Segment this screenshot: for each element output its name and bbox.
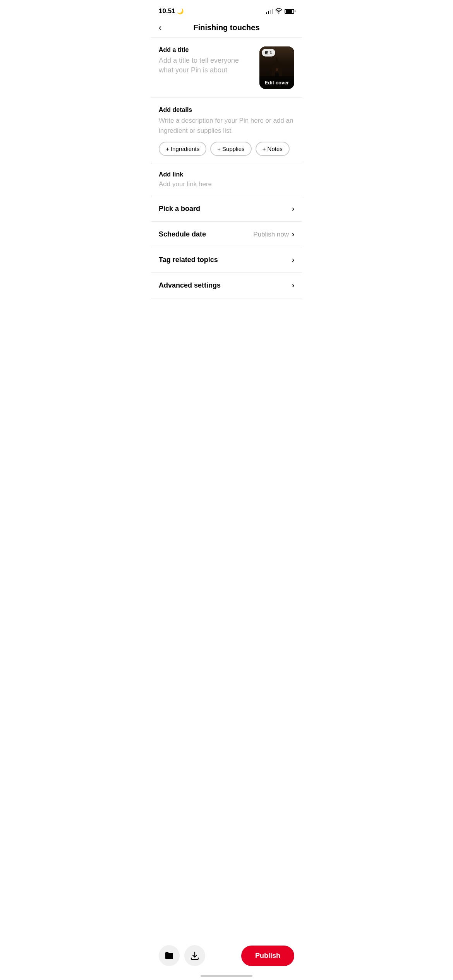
- pick-board-right: ›: [292, 205, 294, 213]
- schedule-date-chevron: ›: [292, 230, 294, 238]
- link-section[interactable]: Add link Add your link here: [151, 163, 302, 196]
- advanced-settings-row[interactable]: Advanced settings ›: [151, 273, 302, 298]
- advanced-settings-chevron: ›: [292, 281, 294, 290]
- svg-rect-4: [276, 68, 278, 71]
- advanced-settings-right: ›: [292, 281, 294, 290]
- notes-button[interactable]: + Notes: [256, 142, 290, 156]
- edit-cover-label: Edit cover: [265, 80, 289, 86]
- status-time: 10.51: [159, 7, 175, 15]
- tag-topics-row[interactable]: Tag related topics ›: [151, 247, 302, 273]
- cover-overlay[interactable]: Edit cover: [259, 76, 294, 89]
- details-placeholder: Write a description for your Pin here or…: [159, 116, 294, 135]
- cover-container[interactable]: ⊞ 1 Edit cover: [259, 46, 294, 89]
- tag-buttons: + Ingredients + Supplies + Notes: [159, 142, 294, 156]
- title-section: Add a title Add a title to tell everyone…: [151, 38, 302, 98]
- battery-icon: [285, 9, 294, 14]
- schedule-date-value: Publish now: [253, 231, 289, 238]
- back-button[interactable]: ‹: [159, 24, 161, 32]
- tag-topics-chevron: ›: [292, 256, 294, 264]
- title-placeholder: Add a title to tell everyone what your P…: [159, 56, 253, 75]
- link-label: Add link: [159, 171, 294, 178]
- supplies-button[interactable]: + Supplies: [210, 142, 251, 156]
- schedule-date-right: Publish now ›: [253, 230, 294, 238]
- pick-board-chevron: ›: [292, 205, 294, 213]
- ingredients-button[interactable]: + Ingredients: [159, 142, 206, 156]
- svg-marker-1: [275, 56, 278, 62]
- wifi-icon: [275, 8, 282, 15]
- title-label: Add a title: [159, 46, 253, 53]
- tag-topics-label: Tag related topics: [159, 256, 218, 264]
- tag-topics-right: ›: [292, 256, 294, 264]
- pick-board-row[interactable]: Pick a board ›: [151, 196, 302, 222]
- link-placeholder: Add your link here: [159, 180, 294, 188]
- status-bar: 10.51 🌙: [151, 0, 302, 19]
- advanced-settings-label: Advanced settings: [159, 281, 221, 290]
- moon-icon: 🌙: [177, 8, 184, 14]
- details-label: Add details: [159, 106, 294, 113]
- schedule-date-label: Schedule date: [159, 230, 206, 238]
- title-text-area[interactable]: Add a title Add a title to tell everyone…: [159, 46, 253, 75]
- cover-count: 1: [269, 50, 272, 55]
- schedule-date-row[interactable]: Schedule date Publish now ›: [151, 222, 302, 247]
- cover-badge: ⊞ 1: [262, 49, 275, 57]
- status-icons: [266, 8, 294, 15]
- header: ‹ Finishing touches: [151, 19, 302, 38]
- pick-board-label: Pick a board: [159, 205, 200, 213]
- details-section: Add details Write a description for your…: [151, 98, 302, 163]
- svg-point-0: [278, 12, 280, 14]
- page-title: Finishing touches: [193, 23, 259, 32]
- signal-icon: [266, 9, 273, 14]
